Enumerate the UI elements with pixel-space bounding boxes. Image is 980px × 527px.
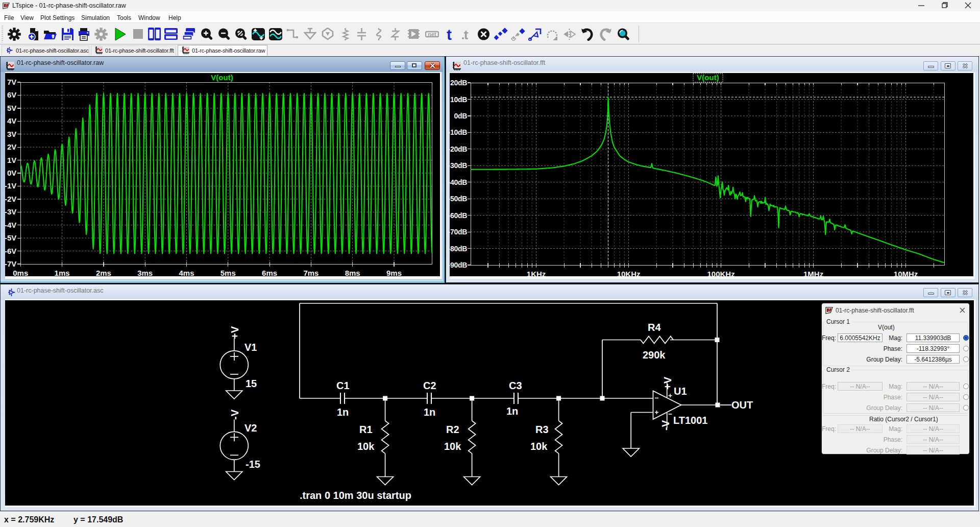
svg-text:R4: R4 (648, 322, 661, 333)
svg-text:U1: U1 (674, 386, 687, 397)
svg-text:+V: +V (229, 326, 240, 339)
svg-text:net: net (428, 31, 436, 37)
svg-text:-5V: -5V (5, 233, 16, 242)
svg-text:9ms: 9ms (386, 269, 402, 276)
svg-text:R2: R2 (446, 424, 459, 435)
svg-text:LT1001: LT1001 (673, 415, 707, 426)
svg-text:1n: 1n (506, 405, 518, 417)
svg-text:V1: V1 (244, 342, 257, 353)
svg-text:-10dB: -10dB (448, 128, 468, 136)
svg-text:6ms: 6ms (262, 269, 277, 276)
svg-text:10k: 10k (444, 441, 461, 452)
svg-text:2ms: 2ms (96, 269, 111, 276)
svg-text:-20dB: -20dB (448, 145, 468, 153)
svg-text:0V: 0V (7, 169, 16, 177)
svg-text:3V: 3V (7, 130, 16, 138)
svg-text:V(out): V(out) (697, 73, 719, 82)
svg-text:10dB: 10dB (450, 95, 467, 104)
svg-text:4ms: 4ms (179, 269, 194, 276)
svg-text:2V: 2V (7, 142, 16, 151)
svg-text:R1: R1 (359, 424, 373, 435)
svg-text:5V: 5V (7, 104, 16, 112)
svg-text:-V: -V (229, 409, 240, 420)
svg-text:7ms: 7ms (303, 269, 318, 276)
svg-text:0ms: 0ms (13, 269, 28, 276)
svg-text:4V: 4V (7, 116, 16, 125)
svg-text:3ms: 3ms (137, 269, 153, 276)
svg-text:1n: 1n (424, 406, 435, 418)
svg-text:-4V: -4V (5, 221, 16, 229)
svg-text:1MHz: 1MHz (803, 270, 823, 276)
svg-text:-2V: -2V (5, 195, 16, 203)
svg-text:-V: -V (660, 420, 671, 430)
svg-text:6V: 6V (7, 90, 16, 99)
svg-text:V(out): V(out) (211, 73, 233, 82)
svg-text:-3V: -3V (5, 207, 16, 216)
svg-text:1n: 1n (337, 406, 349, 418)
svg-text:290k: 290k (643, 349, 666, 361)
svg-text:V2: V2 (244, 422, 257, 434)
svg-text:C3: C3 (509, 380, 522, 391)
svg-text:-60dB: -60dB (448, 211, 468, 220)
svg-text:t: t (464, 28, 469, 41)
svg-text:0dB: 0dB (454, 112, 467, 120)
svg-text:20dB: 20dB (450, 79, 467, 87)
svg-text:t: t (447, 28, 452, 41)
svg-text:-15: -15 (246, 459, 260, 470)
svg-text:10MHz: 10MHz (894, 270, 918, 276)
svg-text:.tran 0 10m 30u startup: .tran 0 10m 30u startup (300, 490, 411, 501)
svg-text:C2: C2 (423, 380, 436, 391)
svg-text:OUT: OUT (731, 399, 753, 411)
svg-text:-50dB: -50dB (448, 195, 468, 203)
svg-text:-30dB: -30dB (448, 161, 468, 170)
svg-text:-40dB: -40dB (448, 178, 468, 186)
svg-text:-80dB: -80dB (448, 245, 468, 253)
svg-text:1V: 1V (7, 156, 16, 164)
svg-text:-1V: -1V (5, 181, 16, 190)
svg-text:7V: 7V (7, 78, 16, 86)
svg-text:10k: 10k (357, 441, 375, 452)
svg-text:8ms: 8ms (345, 269, 360, 276)
svg-text:100KHz: 100KHz (707, 270, 734, 276)
svg-text:10k: 10k (530, 441, 548, 452)
svg-text:-90dB: -90dB (448, 261, 468, 269)
svg-text:-7V: -7V (5, 259, 16, 268)
svg-text:C1: C1 (336, 380, 350, 391)
svg-text:10KHz: 10KHz (617, 270, 641, 276)
svg-text:+V: +V (662, 376, 673, 390)
svg-text:15: 15 (246, 378, 257, 389)
svg-text:R3: R3 (535, 424, 549, 435)
svg-text:1ms: 1ms (55, 269, 70, 276)
svg-text:1KHz: 1KHz (527, 270, 546, 276)
svg-text:-70dB: -70dB (448, 228, 468, 236)
svg-text:5ms: 5ms (220, 269, 236, 276)
svg-text:-6V: -6V (5, 247, 16, 255)
